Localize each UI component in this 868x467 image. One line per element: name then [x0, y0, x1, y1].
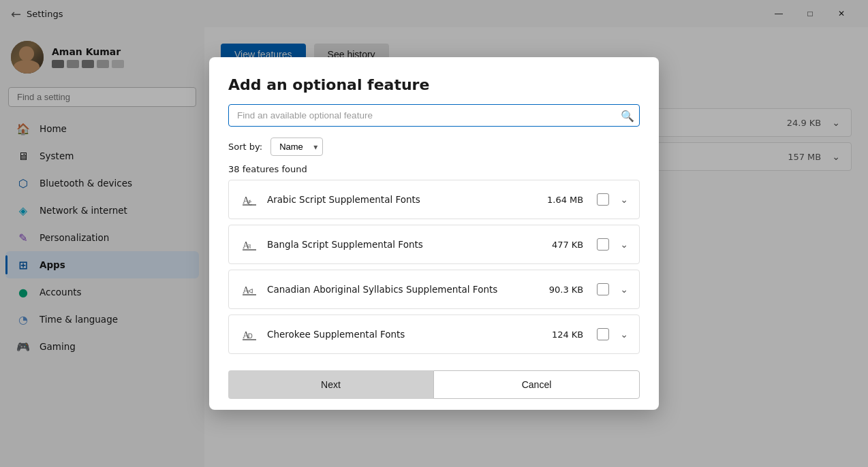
feature-name: Arabic Script Supplemental Fonts	[267, 194, 539, 205]
chevron-down-icon[interactable]: ⌄	[620, 194, 628, 205]
search-icon: 🔍	[621, 110, 634, 121]
modal-sort-select-wrapper: Name Size	[270, 138, 323, 156]
chevron-down-icon[interactable]: ⌄	[620, 284, 628, 295]
modal-sort-label: Sort by:	[228, 142, 262, 152]
feature-size: 1.64 MB	[547, 195, 583, 205]
feature-size: 90.3 KB	[549, 285, 584, 295]
next-button[interactable]: Next	[228, 370, 433, 399]
modal-sort-select[interactable]: Name Size	[270, 138, 323, 156]
feature-name: Bangla Script Supplemental Fonts	[267, 239, 544, 250]
chevron-down-icon[interactable]: ⌄	[620, 329, 628, 340]
add-optional-feature-dialog: Add an optional feature 🔍 Sort by: Name …	[209, 57, 659, 410]
svg-text:Ꭰ: Ꭰ	[248, 332, 253, 340]
feature-size: 477 KB	[552, 240, 583, 250]
feature-item-arabic[interactable]: A ع Arabic Script Supplemental Fonts 1.6…	[228, 180, 640, 219]
font-icon: A ع	[240, 190, 259, 209]
features-count: 38 features found	[209, 161, 659, 180]
feature-checkbox[interactable]	[597, 328, 609, 340]
font-icon: A Ꭰ	[240, 325, 259, 344]
svg-text:ع: ع	[248, 197, 252, 206]
feature-name: Canadian Aboriginal Syllabics Supplement…	[267, 284, 541, 295]
chevron-down-icon[interactable]: ⌄	[620, 239, 628, 250]
modal-search-container: 🔍	[228, 104, 640, 127]
font-icon: A ব	[240, 235, 259, 254]
modal-sort-row: Sort by: Name Size	[209, 132, 659, 161]
search-icon-button[interactable]: 🔍	[621, 109, 634, 122]
cancel-button[interactable]: Cancel	[433, 370, 640, 399]
feature-item-canadian[interactable]: A ᐊ Canadian Aboriginal Syllabics Supple…	[228, 270, 640, 309]
svg-text:ᐊ: ᐊ	[248, 287, 253, 295]
feature-checkbox[interactable]	[597, 238, 609, 251]
svg-text:ব: ব	[248, 242, 251, 250]
font-icon: A ᐊ	[240, 280, 259, 299]
modal-overlay: Add an optional feature 🔍 Sort by: Name …	[0, 0, 868, 467]
feature-item-cherokee[interactable]: A Ꭰ Cherokee Supplemental Fonts 124 KB ⌄	[228, 315, 640, 354]
feature-search-input[interactable]	[228, 104, 640, 127]
modal-title: Add an optional feature	[228, 76, 640, 93]
feature-checkbox[interactable]	[597, 283, 609, 295]
feature-checkbox[interactable]	[597, 193, 609, 206]
feature-item-bangla[interactable]: A ব Bangla Script Supplemental Fonts 477…	[228, 225, 640, 264]
feature-name: Cherokee Supplemental Fonts	[267, 329, 544, 340]
modal-header: Add an optional feature	[209, 57, 659, 104]
feature-size: 124 KB	[552, 329, 583, 340]
features-list: A ع Arabic Script Supplemental Fonts 1.6…	[209, 180, 659, 359]
modal-footer: Next Cancel	[209, 359, 659, 410]
